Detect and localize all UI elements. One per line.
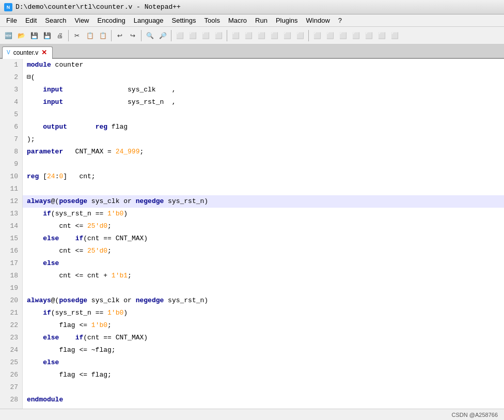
code-token: negedge bbox=[136, 294, 164, 307]
undo-button[interactable]: ↩ bbox=[114, 29, 126, 42]
code-token: [ bbox=[39, 170, 47, 183]
code-token: 25'd0 bbox=[87, 245, 107, 257]
code-token: module bbox=[27, 59, 51, 71]
code-token: if bbox=[43, 208, 51, 220]
toolbar-btn10-button[interactable]: ⬜ bbox=[294, 29, 306, 42]
menu-item-edit[interactable]: Edit bbox=[21, 15, 41, 25]
tab-bar: V counter.v ✕ bbox=[0, 44, 504, 59]
toolbar-separator bbox=[227, 30, 227, 41]
code-token: sys_clk bbox=[87, 195, 123, 208]
toolbar-btn6-button[interactable]: ⬜ bbox=[242, 29, 255, 42]
code-line: else bbox=[23, 257, 504, 270]
find-button[interactable]: 🔍 bbox=[144, 29, 156, 42]
code-token: 24_999 bbox=[116, 146, 140, 158]
code-line bbox=[23, 183, 504, 195]
menu-item-run[interactable]: Run bbox=[251, 15, 272, 25]
line-number: 20 bbox=[4, 294, 18, 307]
code-line: input sys_clk , bbox=[23, 84, 504, 96]
status-bar: CSDN @A258766 bbox=[0, 409, 504, 417]
code-token: flag <= bbox=[27, 319, 91, 332]
code-token: 24 bbox=[47, 170, 55, 183]
toolbar-btn14-button[interactable]: ⬜ bbox=[350, 29, 362, 42]
menu-item-?[interactable]: ? bbox=[334, 15, 346, 25]
line-number: 18 bbox=[4, 270, 18, 282]
cut-button[interactable]: ✂ bbox=[71, 29, 83, 42]
toolbar-btn13-button[interactable]: ⬜ bbox=[337, 29, 349, 42]
code-line: flag <= flag; bbox=[23, 369, 504, 381]
code-token: else bbox=[43, 257, 59, 270]
app-icon: N bbox=[4, 3, 12, 11]
toolbar-btn4-button[interactable]: ⬜ bbox=[212, 29, 225, 42]
redo-button[interactable]: ↪ bbox=[127, 29, 139, 42]
toolbar-btn5-button[interactable]: ⬜ bbox=[229, 29, 242, 42]
new-file-button[interactable]: 🆕 bbox=[2, 29, 14, 42]
toolbar-btn16-button[interactable]: ⬜ bbox=[375, 29, 388, 42]
line-number: 21 bbox=[4, 307, 18, 319]
code-token: ) bbox=[123, 307, 128, 319]
line-number: 17 bbox=[4, 257, 18, 270]
menu-item-encoding[interactable]: Encoding bbox=[93, 15, 130, 25]
menu-item-file[interactable]: File bbox=[2, 15, 21, 25]
toolbar-btn8-button[interactable]: ⬜ bbox=[268, 29, 280, 42]
menu-item-tools[interactable]: Tools bbox=[200, 15, 224, 25]
code-token: 0 bbox=[59, 170, 63, 183]
line-number: 14 bbox=[4, 220, 18, 232]
code-token: if bbox=[75, 332, 84, 344]
open-file-button[interactable]: 📂 bbox=[15, 29, 27, 42]
toolbar-btn15-button[interactable]: ⬜ bbox=[363, 29, 375, 42]
find-replace-button[interactable]: 🔎 bbox=[156, 29, 169, 42]
code-token: ); bbox=[27, 133, 35, 146]
toolbar-btn1-button[interactable]: ⬜ bbox=[174, 29, 186, 42]
code-line bbox=[23, 282, 504, 294]
save-button[interactable]: 💾 bbox=[28, 29, 40, 42]
toolbar-btn11-button[interactable]: ⬜ bbox=[311, 29, 323, 42]
code-token: cnt <= cnt + bbox=[27, 270, 112, 282]
code-token: sys_clk bbox=[87, 294, 123, 307]
code-token: (cnt == CNT_MAX) bbox=[83, 232, 148, 245]
code-token: ; bbox=[128, 270, 132, 282]
toolbar-btn2-button[interactable]: ⬜ bbox=[186, 29, 199, 42]
paste-button[interactable]: 📋 bbox=[97, 29, 109, 42]
code-line: cnt <= 25'd0; bbox=[23, 245, 504, 257]
line-number: 26 bbox=[4, 369, 18, 381]
code-line: else if(cnt == CNT_MAX) bbox=[23, 232, 504, 245]
code-token: sys_clk , bbox=[63, 84, 176, 96]
line-number: 9 bbox=[4, 158, 18, 170]
toolbar-btn17-button[interactable]: ⬜ bbox=[388, 29, 401, 42]
code-token: ; bbox=[107, 245, 112, 257]
code-token bbox=[27, 232, 43, 245]
toolbar-btn7-button[interactable]: ⬜ bbox=[255, 29, 267, 42]
menu-item-search[interactable]: Search bbox=[41, 15, 70, 25]
code-line: if(sys_rst_n == 1'b0) bbox=[23, 208, 504, 220]
code-token: or bbox=[123, 195, 132, 208]
code-line: cnt <= cnt + 1'b1; bbox=[23, 270, 504, 282]
tab-counter-v[interactable]: V counter.v ✕ bbox=[2, 46, 53, 59]
code-area[interactable]: module counter⊟( input sys_clk , input s… bbox=[23, 59, 504, 417]
line-number: 7 bbox=[4, 133, 18, 146]
code-token bbox=[27, 332, 43, 344]
code-token: ; bbox=[107, 220, 112, 232]
menu-item-plugins[interactable]: Plugins bbox=[272, 15, 302, 25]
toolbar-btn12-button[interactable]: ⬜ bbox=[324, 29, 336, 42]
code-token: ⊟( bbox=[27, 71, 35, 84]
toolbar-separator bbox=[68, 30, 69, 41]
menu-item-settings[interactable]: Settings bbox=[168, 15, 200, 25]
line-number: 24 bbox=[4, 344, 18, 356]
menu-item-language[interactable]: Language bbox=[130, 15, 168, 25]
menu-item-window[interactable]: Window bbox=[302, 15, 334, 25]
menu-item-view[interactable]: View bbox=[71, 15, 93, 25]
print-button[interactable]: 🖨 bbox=[54, 29, 66, 42]
menu-item-macro[interactable]: Macro bbox=[224, 15, 251, 25]
code-token: 25'd0 bbox=[87, 220, 107, 232]
code-line: ⊟( bbox=[23, 71, 504, 84]
toolbar-separator bbox=[111, 30, 112, 41]
code-line: output reg flag bbox=[23, 121, 504, 133]
copy-button[interactable]: 📋 bbox=[84, 29, 96, 42]
code-token bbox=[132, 195, 136, 208]
code-token bbox=[67, 121, 96, 133]
tab-close-button[interactable]: ✕ bbox=[41, 49, 47, 56]
save-all-button[interactable]: 💾 bbox=[41, 29, 53, 42]
toolbar-separator bbox=[171, 30, 171, 41]
toolbar-btn3-button[interactable]: ⬜ bbox=[199, 29, 212, 42]
toolbar-btn9-button[interactable]: ⬜ bbox=[281, 29, 293, 42]
